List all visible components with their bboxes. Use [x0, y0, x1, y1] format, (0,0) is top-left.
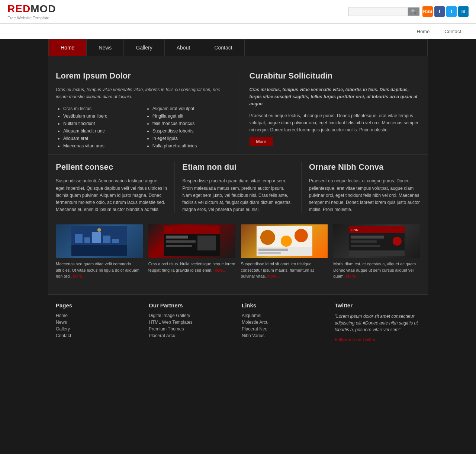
- gallery-link-1[interactable]: More...: [73, 274, 86, 278]
- main-wrapper: Home News Gallery About Contact Lorem Ip…: [0, 39, 476, 350]
- svg-text:LINK: LINK: [351, 228, 358, 232]
- svg-rect-10: [166, 236, 188, 239]
- svg-rect-5: [103, 236, 110, 243]
- three-column-section: Pellent consec Suspendisse potenti. Aene…: [48, 155, 428, 221]
- facebook-icon[interactable]: f: [434, 6, 445, 17]
- twitter-text: "Lorem ipsum dolor sit amet consectetur …: [335, 313, 420, 333]
- gallery-item-2: Cras a orci risus. Nulla scelerisque neq…: [148, 224, 235, 279]
- sec-nav-contact[interactable]: Contact: [202, 39, 244, 56]
- section1-right-title: Curabitur Sollicitudin: [250, 71, 421, 81]
- svg-rect-2: [75, 234, 83, 243]
- gallery-link-2[interactable]: More...: [213, 268, 226, 272]
- footer-pages-title: Pages: [56, 302, 141, 308]
- gallery-caption-2: Cras a orci risus. Nulla scelerisque neq…: [148, 261, 235, 273]
- twitter-follow-link[interactable]: Follow me on Twitter: [335, 337, 376, 342]
- section1-right-body: Praesent eu neque lectus, ut congue puru…: [250, 112, 421, 134]
- section1-left-title: Lorem Ipsum Dolor: [56, 71, 227, 81]
- svg-point-17: [294, 229, 308, 242]
- nav-contact[interactable]: Contact: [437, 24, 469, 39]
- svg-rect-25: [351, 240, 377, 243]
- list-item: In eget ligula: [152, 136, 227, 141]
- footer-links-link-2[interactable]: Placerat Nec: [242, 326, 327, 332]
- footer-pages: Pages Home News Gallery Contact: [56, 302, 141, 342]
- svg-rect-4: [92, 232, 101, 243]
- section2-col2-body: Suspendisse placerat quam diam, vitae te…: [182, 178, 293, 213]
- more-button[interactable]: More: [250, 137, 273, 146]
- logo-text: REDMOD: [7, 3, 56, 15]
- section2-col1-body: Suspendisse potenti. Aenean varius trist…: [56, 178, 167, 213]
- secondary-navigation: Home News Gallery About Contact: [48, 39, 428, 56]
- gallery-caption-1: Maecenas sed quam vitae velit commodo ul…: [56, 261, 143, 279]
- footer-partners: Our Partners Digital Image Gallery HTML …: [149, 302, 234, 342]
- logo: REDMOD Free Website Template: [7, 3, 56, 20]
- two-column-section: Lorem Ipsum Dolor Cras mi lectus, tempus…: [48, 64, 428, 155]
- svg-point-15: [260, 230, 275, 245]
- list-item: Suspendisse lobortis: [152, 128, 227, 134]
- col-third-2: Etiam non dui Suspendisse placerat quam …: [175, 162, 301, 213]
- gallery-item-1: Maecenas sed quam vitae velit commodo ul…: [56, 224, 143, 279]
- nav-home[interactable]: Home: [409, 24, 437, 39]
- list-item: fringilla eget elit: [152, 114, 227, 119]
- col-third-1: Pellent consec Suspendisse potenti. Aene…: [56, 162, 175, 213]
- gallery-link-3[interactable]: More...: [267, 274, 280, 278]
- footer-links-title: Links: [242, 302, 327, 308]
- search-button[interactable]: 🔍: [408, 7, 419, 16]
- gallery-image-4: LINK: [333, 224, 420, 258]
- gallery-caption-3: Suspendisse id mi sit amet leo tristique…: [241, 261, 328, 279]
- section1-left-intro: Cras mi lectus, tempus vitae venenatis v…: [56, 86, 227, 100]
- top-bar: REDMOD Free Website Template 🔍 RSS f t i…: [0, 0, 476, 24]
- svg-rect-6: [112, 239, 119, 243]
- svg-rect-9: [164, 226, 220, 234]
- svg-rect-3: [84, 237, 90, 243]
- footer-links-link-1[interactable]: Molestie Arcu: [242, 320, 327, 325]
- svg-rect-1: [71, 245, 127, 256]
- footer-twitter-title: Twitter: [335, 302, 420, 308]
- sec-nav-about[interactable]: About: [165, 39, 203, 56]
- gallery-image-1: [56, 224, 143, 258]
- search-form: 🔍: [348, 7, 419, 16]
- footer-partners-link-1[interactable]: HTML Web Templates: [149, 320, 234, 325]
- list-item: Nullam tincidunt: [63, 121, 138, 126]
- svg-point-27: [393, 237, 402, 246]
- gallery-link-4[interactable]: More...: [346, 274, 358, 278]
- footer-partners-link-0[interactable]: Digital Image Gallery: [149, 313, 234, 318]
- section1-right-intro: Cras mi lectus, tempus vitae venenatis v…: [250, 86, 421, 108]
- svg-rect-26: [351, 245, 380, 247]
- search-input[interactable]: [348, 7, 408, 16]
- gallery-caption-4: Morbi diam est, et egestas a, aliquet ac…: [333, 261, 420, 279]
- list-item: Maecenas vitae aros: [63, 143, 138, 148]
- svg-rect-28: [349, 250, 405, 256]
- linkedin-icon[interactable]: in: [458, 6, 469, 17]
- footer-pages-link-2[interactable]: Gallery: [56, 326, 141, 332]
- right-column: Curabitur Sollicitudin Cras mi lectus, t…: [238, 71, 421, 151]
- logo-sub: Free Website Template: [7, 16, 56, 20]
- bullet-columns: Cras mi lectus Vestibulum urna libero Nu…: [56, 106, 227, 151]
- footer-links-link-0[interactable]: Aliquamel: [242, 313, 327, 318]
- svg-point-16: [280, 236, 292, 247]
- svg-rect-20: [258, 252, 280, 254]
- logo-mod: MOD: [30, 3, 56, 15]
- svg-rect-12: [166, 245, 192, 247]
- sec-nav-home[interactable]: Home: [49, 39, 87, 56]
- sec-nav-gallery[interactable]: Gallery: [124, 39, 164, 56]
- list-item: felis rhoncus rhoncus: [152, 121, 227, 126]
- gallery-item-4: LINK Morbi diam est, et egestas a, aliqu…: [333, 224, 420, 279]
- footer: Pages Home News Gallery Contact Our Part…: [48, 294, 428, 350]
- footer-partners-link-2[interactable]: Premium Themes: [149, 326, 234, 332]
- section2-col3-body: Praesent eu neque lectus, ut congue puru…: [309, 178, 420, 213]
- footer-links-link-3[interactable]: Nibh Varius: [242, 333, 327, 338]
- sec-nav-news[interactable]: News: [87, 39, 124, 56]
- footer-pages-link-1[interactable]: News: [56, 320, 141, 325]
- list-item: Nulla pharetra ultricies: [152, 143, 227, 148]
- bullet-list-left: Cras mi lectus Vestibulum urna libero Nu…: [56, 106, 138, 151]
- rss-icon[interactable]: RSS: [422, 6, 433, 17]
- svg-rect-24: [351, 236, 384, 239]
- svg-point-7: [97, 228, 101, 232]
- footer-pages-link-0[interactable]: Home: [56, 313, 141, 318]
- gallery-row: Maecenas sed quam vitae velit commodo ul…: [48, 221, 428, 287]
- twitter-icon[interactable]: t: [446, 6, 457, 17]
- footer-partners-link-3[interactable]: Placerat Arcu: [149, 333, 234, 338]
- footer-pages-link-3[interactable]: Contact: [56, 333, 141, 338]
- gallery-image-3: [241, 224, 328, 258]
- section2-col1-title: Pellent consec: [56, 162, 167, 172]
